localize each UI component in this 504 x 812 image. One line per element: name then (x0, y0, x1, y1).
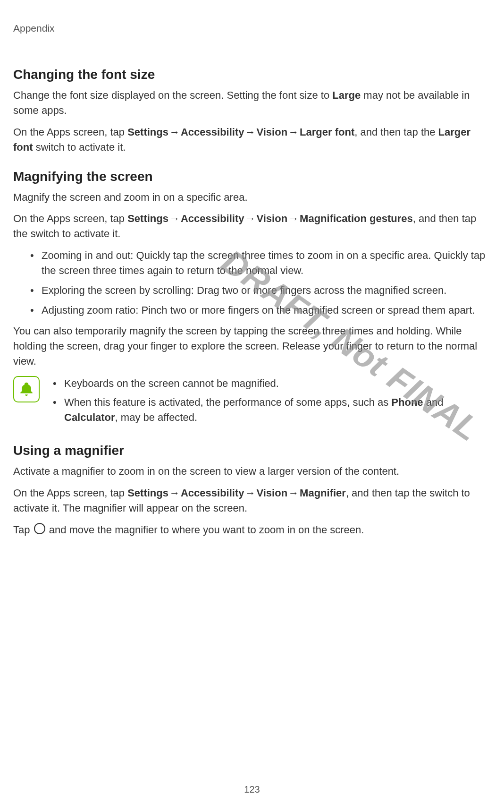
bold-text: Phone (391, 396, 423, 408)
arrow-icon: → (244, 487, 256, 499)
document-page: Appendix DRAFT, Not FINAL Changing the f… (0, 0, 504, 812)
nav-path-magnifier: Magnifier (300, 487, 346, 499)
arrow-icon: → (168, 213, 181, 224)
arrow-icon: → (168, 126, 181, 138)
paragraph: Change the font size displayed on the sc… (13, 88, 491, 118)
bullet-list: Zooming in and out: Quickly tap the scre… (13, 248, 491, 318)
arrow-icon: → (287, 213, 300, 224)
heading-using-magnifier: Using a magnifier (13, 443, 491, 458)
text: Change the font size displayed on the sc… (13, 89, 332, 101)
paragraph: Tap and move the magnifier to where you … (13, 522, 491, 538)
arrow-icon: → (244, 126, 256, 138)
note-bell-icon (13, 376, 40, 402)
text: On the Apps screen, tap (13, 487, 127, 499)
paragraph: You can also temporarily magnify the scr… (13, 324, 491, 369)
text: , and then tap the (354, 126, 438, 138)
page-header: Appendix (13, 23, 491, 34)
heading-magnify-screen: Magnifying the screen (13, 169, 491, 184)
nav-path-vision: Vision (256, 487, 287, 499)
paragraph: On the Apps screen, tap Settings→Accessi… (13, 125, 491, 155)
nav-path-accessibility: Accessibility (181, 126, 244, 138)
circle-button-icon (34, 523, 45, 534)
paragraph: On the Apps screen, tap Settings→Accessi… (13, 211, 491, 241)
heading-font-size: Changing the font size (13, 67, 491, 82)
nav-path-settings: Settings (127, 126, 168, 138)
paragraph: Activate a magnifier to zoom in on the s… (13, 464, 491, 479)
page-number: 123 (0, 784, 504, 795)
arrow-icon: → (244, 213, 256, 224)
nav-path-vision: Vision (256, 213, 287, 224)
text: On the Apps screen, tap (13, 213, 127, 224)
list-item: Exploring the screen by scrolling: Drag … (32, 283, 491, 298)
text: When this feature is activated, the perf… (64, 396, 391, 408)
nav-path-settings: Settings (127, 213, 168, 224)
nav-path-accessibility: Accessibility (181, 213, 244, 224)
paragraph: Magnify the screen and zoom in on a spec… (13, 190, 491, 205)
paragraph: On the Apps screen, tap Settings→Accessi… (13, 486, 491, 516)
text: and (423, 396, 444, 408)
nav-path-larger-font: Larger font (300, 126, 354, 138)
arrow-icon: → (287, 126, 300, 138)
arrow-icon: → (287, 487, 300, 499)
arrow-icon: → (168, 487, 181, 499)
note-list: Keyboards on the screen cannot be magnif… (51, 376, 491, 429)
text: Tap (13, 524, 33, 536)
bell-icon (18, 381, 34, 397)
nav-path-settings: Settings (127, 487, 168, 499)
list-item: Adjusting zoom ratio: Pinch two or more … (32, 303, 491, 318)
text: On the Apps screen, tap (13, 126, 127, 138)
nav-path-vision: Vision (256, 126, 287, 138)
text: switch to activate it. (33, 141, 126, 153)
text: and move the magnifier to where you want… (46, 524, 364, 536)
list-item: Zooming in and out: Quickly tap the scre… (32, 248, 491, 278)
text: , may be affected. (115, 411, 197, 423)
note-item: When this feature is activated, the perf… (51, 395, 491, 425)
note-block: Keyboards on the screen cannot be magnif… (13, 376, 491, 429)
nav-path-accessibility: Accessibility (181, 487, 244, 499)
nav-path-magnification-gestures: Magnification gestures (300, 213, 413, 224)
bold-text: Calculator (64, 411, 115, 423)
bold-text: Large (332, 89, 361, 101)
note-item: Keyboards on the screen cannot be magnif… (51, 376, 491, 391)
